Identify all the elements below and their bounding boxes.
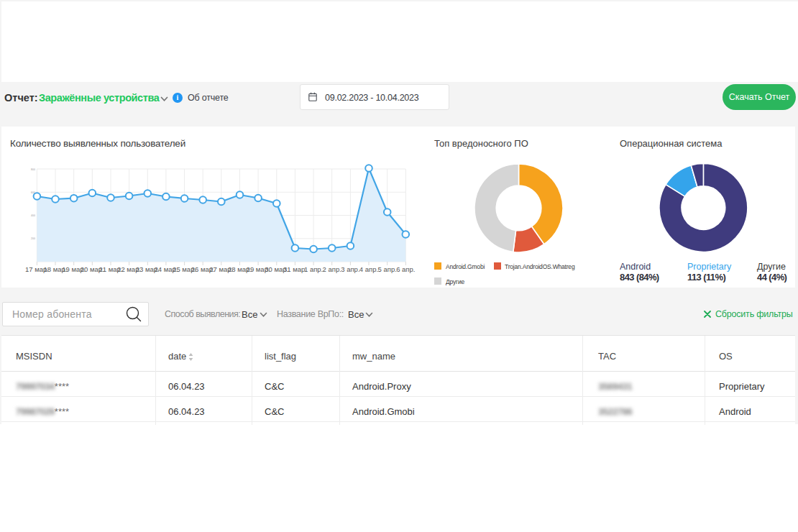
svg-text:1 апр.: 1 апр. [304,265,323,273]
svg-text:31 мар.: 31 мар. [283,265,307,273]
svg-text:800: 800 [31,168,35,171]
svg-text:200: 200 [31,237,35,240]
svg-text:3 апр.: 3 апр. [341,265,359,273]
svg-text:2 апр.: 2 апр. [323,265,341,273]
svg-text:4 апр.: 4 апр. [359,265,378,273]
svg-text:6 апр.: 6 апр. [396,265,415,273]
svg-text:5 апр.: 5 апр. [378,265,397,273]
svg-text:400: 400 [31,214,35,217]
